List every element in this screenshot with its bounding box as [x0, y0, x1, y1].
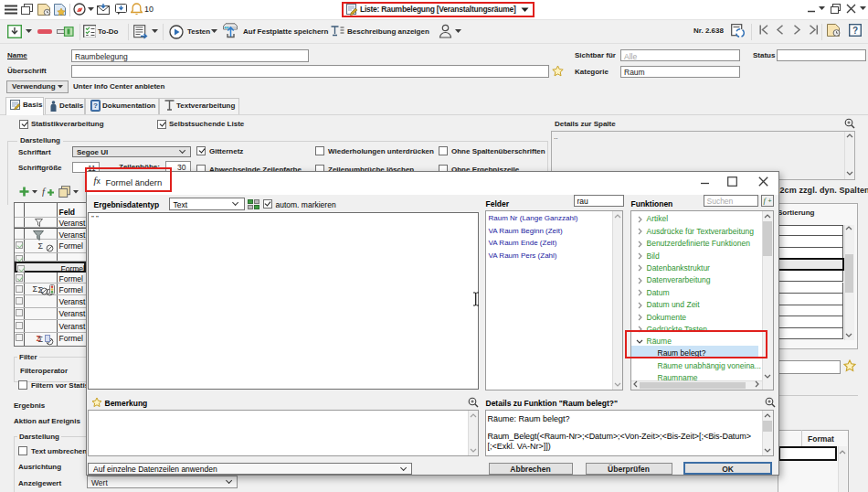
svg-text:f: f: [42, 186, 47, 197]
svg-text:?: ?: [93, 102, 98, 110]
svg-text:?: ?: [852, 26, 858, 36]
